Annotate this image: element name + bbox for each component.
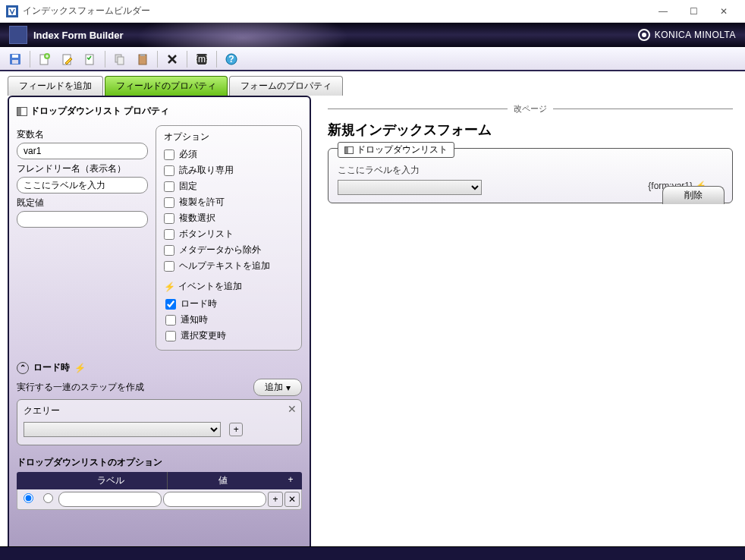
opt-allow-duplicate[interactable]: 複製を許可 [164, 194, 294, 210]
collapse-icon: ⌃ [17, 362, 29, 374]
window-title: インデックスフォームビルダー [23, 5, 150, 17]
friendly-name-label: フレンドリー名（表示名） [17, 162, 148, 175]
query-step-title: クエリー [24, 404, 295, 417]
app-header: Index Form Builder KONICA MINOLTA [0, 23, 745, 47]
save-button[interactable] [5, 49, 26, 69]
logo-icon [9, 26, 27, 44]
default-value-input[interactable] [17, 211, 148, 228]
bolt-icon: ⚡ [74, 363, 86, 373]
field-legend: ドロップダウンリスト [338, 142, 454, 158]
opt-buttonlist[interactable]: ボタンリスト [164, 226, 294, 242]
minimize-button[interactable]: — [648, 0, 678, 23]
macro-button[interactable]: {m} [191, 49, 212, 69]
add-step-button[interactable]: 追加▾ [253, 379, 302, 396]
opt-on-load[interactable]: ロード時 [165, 296, 294, 312]
form-title: 新規インデックスフォーム [328, 121, 733, 139]
opt-on-notify[interactable]: 通知時 [165, 312, 294, 328]
status-bar [0, 546, 745, 560]
default-option-radio[interactable] [24, 493, 33, 503]
svg-rect-8 [118, 57, 124, 64]
option-value-input[interactable] [163, 492, 266, 507]
tab-form-properties[interactable]: フォームのプロパティ [229, 76, 343, 96]
add-option-button[interactable]: + [268, 492, 283, 507]
option-label-input[interactable] [58, 492, 162, 507]
options-grid-header: ラベル 値 + [17, 472, 302, 489]
bolt-icon: ⚡ [164, 282, 175, 292]
tab-bar: フィールドを追加 フィールドのプロパティ フォームのプロパティ [8, 76, 745, 96]
header-title: Index Form Builder [33, 30, 123, 41]
svg-rect-2 [12, 60, 18, 64]
svg-text:?: ? [228, 54, 234, 64]
options-group: オプション 必須 読み取り専用 固定 複製を許可 複数選択 ボタンリスト メタデ… [156, 125, 302, 351]
title-bar: インデックスフォームビルダー — ☐ ✕ [0, 0, 745, 23]
delete-field-button[interactable]: 削除 [662, 186, 725, 204]
page-break: 改ページ [328, 103, 733, 115]
remove-step-button[interactable]: ✕ [288, 403, 297, 415]
form-preview: 改ページ 新規インデックスフォーム ドロップダウンリスト ここにラベルを入力 {… [316, 96, 745, 560]
opt-exclude-metadata[interactable]: メタデータから除外 [164, 242, 294, 258]
tab-add-field[interactable]: フィールドを追加 [8, 76, 103, 96]
new-button[interactable] [34, 49, 55, 69]
edit-button[interactable] [57, 49, 78, 69]
remove-option-button[interactable]: ✕ [284, 492, 300, 507]
add-option-header-button[interactable]: + [279, 472, 302, 489]
opt-required[interactable]: 必須 [164, 146, 294, 162]
svg-rect-1 [12, 55, 18, 58]
add-query-button[interactable]: + [229, 423, 243, 436]
close-button[interactable]: ✕ [709, 0, 739, 23]
dropdown-icon [344, 146, 354, 154]
dropdown-icon [17, 107, 27, 116]
steps-label: 実行する一連のステップを作成 [17, 381, 253, 394]
option-row: + ✕ [17, 489, 302, 510]
field-label: ここにラベルを入力 [338, 164, 723, 177]
opt-fixed[interactable]: 固定 [164, 178, 294, 194]
default-value-label: 既定値 [17, 197, 148, 209]
help-button[interactable]: ? [221, 49, 242, 69]
svg-rect-6 [86, 55, 93, 64]
maximize-button[interactable]: ☐ [678, 0, 709, 23]
on-load-section-header[interactable]: ⌃ ロード時 ⚡ [17, 361, 302, 374]
options-grid-title: ドロップダウンリストのオプション [17, 456, 302, 469]
copy-button[interactable] [109, 49, 130, 69]
paste-button[interactable] [132, 49, 153, 69]
delete-button[interactable] [162, 49, 183, 69]
panel-title: ドロップダウンリスト プロパティ [17, 105, 302, 118]
options-title: オプション [164, 131, 294, 143]
opt-readonly[interactable]: 読み取り専用 [164, 162, 294, 178]
query-step: クエリー ✕ + [17, 399, 302, 445]
col-value: 値 [168, 472, 280, 489]
field-preview[interactable]: ドロップダウンリスト ここにラベルを入力 {form:var1}⚡ 削除 [328, 148, 733, 203]
option-radio[interactable] [43, 493, 53, 503]
brand-label: KONICA MINOLTA [638, 29, 736, 41]
properties-panel: ドロップダウンリスト プロパティ 変数名 フレンドリー名（表示名） 既定値 オプ… [8, 96, 311, 560]
opt-multiselect[interactable]: 複数選択 [164, 210, 294, 226]
col-label: ラベル [55, 472, 168, 489]
tab-field-properties[interactable]: フィールドのプロパティ [105, 76, 228, 96]
query-select[interactable] [24, 422, 221, 437]
opt-on-change[interactable]: 選択変更時 [165, 328, 294, 344]
app-icon [6, 5, 18, 17]
svg-text:{m}: {m} [195, 54, 209, 64]
dropdown-arrow-icon: ▾ [286, 382, 291, 393]
friendly-name-input[interactable] [17, 177, 148, 193]
var-name-label: 変数名 [17, 128, 148, 141]
events-title: ⚡イベントを追加 [164, 280, 294, 293]
svg-rect-10 [140, 54, 145, 56]
opt-add-helptext[interactable]: ヘルプテキストを追加 [164, 258, 294, 274]
toolbar: {m} ? [0, 47, 745, 71]
preview-dropdown[interactable] [338, 180, 482, 195]
brand-icon [638, 29, 650, 41]
checklist-button[interactable] [80, 49, 101, 69]
var-name-input[interactable] [17, 143, 148, 159]
